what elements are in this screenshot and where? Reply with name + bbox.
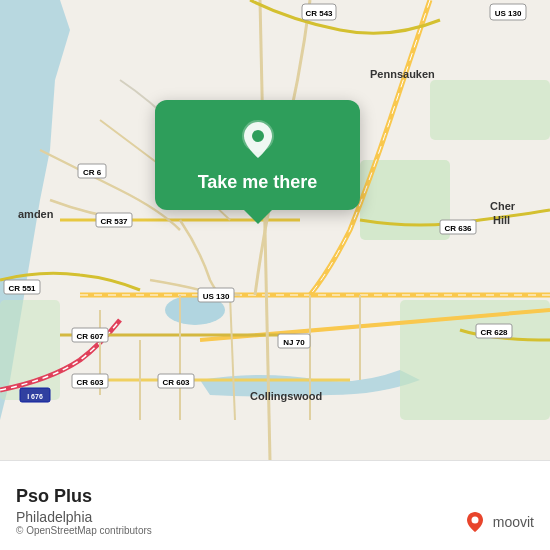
svg-text:Collingswood: Collingswood <box>250 390 322 402</box>
moovit-logo: moovit <box>461 508 534 536</box>
svg-rect-3 <box>430 80 550 140</box>
svg-text:CR 551: CR 551 <box>8 284 36 293</box>
svg-text:CR 607: CR 607 <box>76 332 104 341</box>
moovit-brand-text: moovit <box>493 514 534 530</box>
svg-text:CR 628: CR 628 <box>480 328 508 337</box>
place-info-bar: Pso Plus Philadelphia © OpenStreetMap co… <box>0 460 550 550</box>
map-attribution: © OpenStreetMap contributors <box>16 525 152 536</box>
navigation-popup[interactable]: Take me there <box>155 100 360 210</box>
map-svg: CR 543 US 130 CR 6 CR 537 CR 636 CR 551 … <box>0 0 550 460</box>
take-me-there-button[interactable]: Take me there <box>198 172 318 194</box>
map-view: CR 543 US 130 CR 6 CR 537 CR 636 CR 551 … <box>0 0 550 460</box>
svg-text:CR 543: CR 543 <box>305 9 333 18</box>
svg-text:US 130: US 130 <box>495 9 522 18</box>
svg-text:Hill: Hill <box>493 214 510 226</box>
svg-text:Cher: Cher <box>490 200 516 212</box>
svg-point-53 <box>471 517 478 524</box>
svg-point-51 <box>252 130 264 142</box>
svg-text:CR 537: CR 537 <box>100 217 128 226</box>
svg-text:CR 6: CR 6 <box>83 168 102 177</box>
svg-text:CR 636: CR 636 <box>444 224 472 233</box>
svg-text:US 130: US 130 <box>203 292 230 301</box>
svg-text:Pennsauken: Pennsauken <box>370 68 435 80</box>
svg-text:I 676: I 676 <box>27 393 43 400</box>
svg-text:amden: amden <box>18 208 54 220</box>
svg-text:NJ 70: NJ 70 <box>283 338 305 347</box>
svg-text:CR 603: CR 603 <box>162 378 190 387</box>
svg-text:CR 603: CR 603 <box>76 378 104 387</box>
moovit-logo-icon <box>461 508 489 536</box>
location-pin-icon <box>236 118 280 162</box>
place-name: Pso Plus <box>16 486 534 507</box>
place-city: Philadelphia <box>16 509 534 525</box>
